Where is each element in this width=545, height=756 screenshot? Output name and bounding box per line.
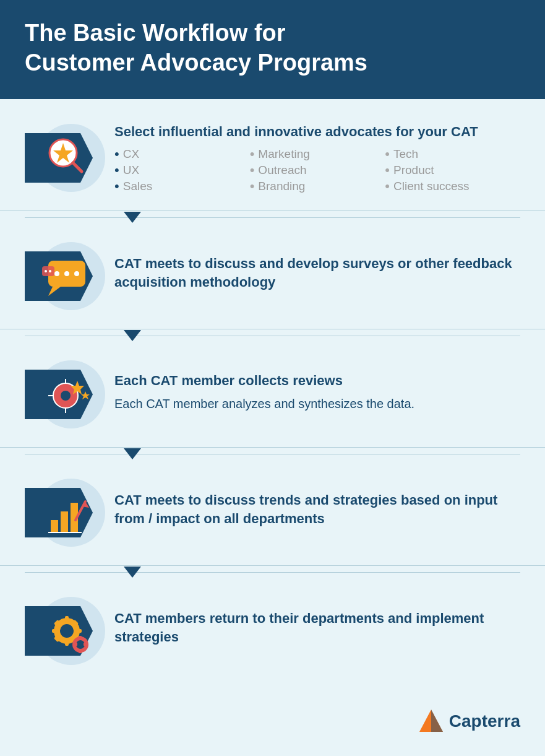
divider-1: [0, 211, 545, 224]
bullet-client-success: •Client success: [385, 180, 520, 193]
capterra-logo-icon: [418, 708, 444, 734]
divider-2: [0, 329, 545, 342]
svg-rect-12: [42, 266, 54, 276]
divider-4: [0, 566, 545, 578]
svg-rect-37: [65, 640, 69, 646]
step1-text: Select influential and innovative advoca…: [114, 123, 520, 193]
step4-main: CAT meets to discuss trends and strategi…: [114, 491, 520, 528]
step5-main: CAT members return to their departments …: [114, 609, 520, 646]
svg-rect-26: [51, 520, 58, 532]
page-title: The Basic Workflow for Customer Advocacy…: [25, 19, 520, 77]
step3-sub: Each CAT member analyzes and synthesizes…: [114, 396, 520, 412]
capterra-brand-name: Capterra: [449, 711, 520, 731]
bullet-product: •Product: [385, 163, 520, 177]
svg-rect-49: [84, 643, 88, 646]
svg-point-18: [61, 391, 71, 401]
step5-icon-area: [19, 594, 114, 668]
workflow-step-4: CAT meets to discuss trends and strategi…: [0, 460, 545, 566]
svg-point-13: [45, 270, 47, 272]
bullet-tech: •Tech: [385, 147, 520, 161]
divider-3: [0, 448, 545, 460]
workflow-step-2: CAT meets to discuss and develop surveys…: [0, 224, 545, 329]
svg-point-14: [49, 270, 51, 272]
step2-main: CAT meets to discuss and develop surveys…: [114, 254, 520, 291]
step3-text: Each CAT member collects reviews Each CA…: [114, 371, 520, 418]
svg-rect-36: [65, 616, 69, 622]
svg-marker-51: [431, 710, 443, 732]
step1-icon-area: [19, 121, 114, 195]
step1-main: Select influential and innovative advoca…: [114, 123, 520, 141]
svg-rect-27: [61, 511, 68, 532]
step3-icon-area: [19, 357, 114, 432]
step4-icon-area: [19, 476, 114, 550]
workflow-content: Select influential and innovative advoca…: [0, 99, 545, 696]
step4-text: CAT meets to discuss trends and strategi…: [114, 491, 520, 534]
step5-text: CAT members return to their departments …: [114, 609, 520, 652]
svg-rect-46: [79, 636, 82, 640]
svg-marker-25: [25, 488, 93, 537]
svg-point-35: [62, 627, 71, 635]
page-footer: Capterra: [0, 696, 545, 750]
svg-rect-39: [75, 629, 82, 633]
svg-point-10: [64, 271, 69, 276]
step3-main: Each CAT member collects reviews: [114, 371, 520, 390]
step2-icon-area: [19, 239, 114, 313]
workflow-step-3: Each CAT member collects reviews Each CA…: [0, 342, 545, 448]
bullet-sales: •Sales: [114, 180, 250, 193]
svg-point-11: [74, 271, 79, 276]
bullet-ux: •UX: [114, 163, 250, 177]
step1-bullets: •CX •Marketing •Tech •UX •Outreach •Prod…: [114, 147, 520, 193]
workflow-step-5: CAT members return to their departments …: [0, 578, 545, 684]
workflow-step-1: Select influential and innovative advoca…: [0, 105, 545, 211]
bullet-branding: •Branding: [250, 180, 385, 193]
bullet-outreach: •Outreach: [250, 163, 385, 177]
page-header: The Basic Workflow for Customer Advocacy…: [0, 0, 545, 99]
svg-rect-48: [73, 643, 77, 646]
svg-point-9: [54, 271, 59, 276]
bullet-cx: •CX: [114, 147, 250, 161]
step2-text: CAT meets to discuss and develop surveys…: [114, 254, 520, 297]
svg-rect-38: [52, 629, 58, 633]
capterra-logo: Capterra: [418, 708, 520, 734]
bullet-marketing: •Marketing: [250, 147, 385, 161]
svg-point-45: [78, 642, 83, 647]
svg-rect-47: [79, 649, 82, 653]
